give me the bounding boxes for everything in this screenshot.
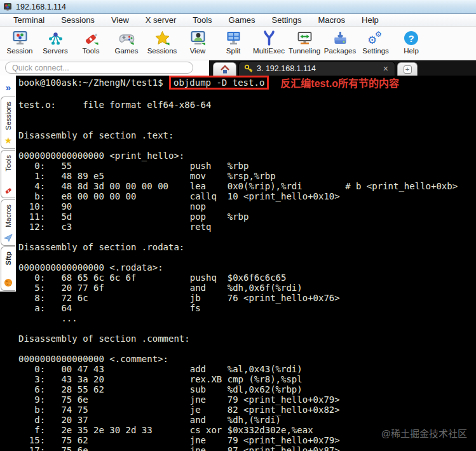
tab-row: 3. 192.168.1.114 × + bbox=[0, 60, 476, 76]
swiss-knife-icon bbox=[4, 186, 13, 194]
toolbar-settings-button[interactable]: ⚙⚙ Settings bbox=[358, 27, 393, 60]
toolbar-multiexec-button[interactable]: MultiExec bbox=[251, 27, 287, 60]
tunnel-monitor-icon bbox=[296, 29, 313, 48]
toolbar-label: MultiExec bbox=[253, 47, 285, 55]
close-icon[interactable]: × bbox=[382, 64, 390, 73]
toolbar-split-button[interactable]: Split bbox=[215, 27, 251, 60]
plus-icon: + bbox=[404, 65, 412, 74]
paper-plane-icon bbox=[4, 234, 13, 242]
split-window-icon bbox=[225, 29, 242, 48]
terminal-output: test.o: file format elf64-x86-64 Disasse… bbox=[16, 90, 476, 451]
menu-settings[interactable]: Settings bbox=[264, 14, 310, 26]
gears-icon: ⚙⚙ bbox=[367, 29, 384, 48]
annotation-text: 反汇编test.o所有节的内容 bbox=[280, 75, 399, 90]
sidebar-tab-macros[interactable]: Macros bbox=[1, 199, 15, 246]
key-icon bbox=[244, 64, 253, 73]
menu-help[interactable]: Help bbox=[353, 14, 387, 26]
main-area: » Sessions ★ Tools Macros bbox=[0, 76, 476, 451]
swiss-knife-icon bbox=[83, 29, 100, 48]
tab-strip: 3. 192.168.1.114 × + bbox=[209, 60, 476, 76]
home-tab[interactable] bbox=[213, 62, 236, 76]
star-icon: ★ bbox=[4, 136, 13, 145]
expand-sidebar-icon[interactable]: » bbox=[0, 76, 16, 93]
mobaxterm-window: 192.168.1.114 Terminal Sessions View X s… bbox=[0, 0, 476, 451]
toolbar-session-button[interactable]: Session bbox=[2, 27, 37, 60]
window-title: 192.168.1.114 bbox=[16, 3, 66, 11]
toolbar-tunneling-button[interactable]: Tunneling bbox=[287, 27, 322, 60]
fork-y-icon bbox=[261, 29, 278, 48]
network-nodes-icon bbox=[47, 29, 64, 48]
session-tab-label: 3. 192.168.1.114 bbox=[257, 64, 316, 73]
toolbar-tools-button[interactable]: Tools bbox=[73, 27, 109, 60]
toolbar-label: Session bbox=[7, 47, 33, 55]
sidebar-panel: » Sessions ★ Tools Macros bbox=[0, 76, 16, 292]
menu-sessions[interactable]: Sessions bbox=[53, 14, 103, 26]
menu-tools[interactable]: Tools bbox=[184, 14, 220, 26]
active-session-tab[interactable]: 3. 192.168.1.114 × bbox=[238, 61, 395, 76]
menu-bar: Terminal Sessions View X server Tools Ga… bbox=[0, 14, 476, 27]
title-bar: 192.168.1.114 bbox=[0, 0, 476, 14]
toolbar-label: Help bbox=[404, 47, 419, 55]
terminal[interactable]: book@100ask:~/ZhengN/test1$ objdump -D t… bbox=[16, 76, 476, 451]
menu-view[interactable]: View bbox=[103, 14, 137, 26]
menu-x-server[interactable]: X server bbox=[137, 14, 184, 26]
toolbar-label: Sessions bbox=[147, 47, 177, 55]
toolbar-label: Servers bbox=[43, 47, 68, 55]
toolbar-sessions-button[interactable]: Sessions bbox=[144, 27, 180, 60]
monitor-session-icon bbox=[11, 29, 29, 48]
home-icon bbox=[220, 65, 230, 74]
menu-games[interactable]: Games bbox=[221, 14, 264, 26]
toolbar-label: Settings bbox=[362, 47, 389, 55]
package-download-icon bbox=[332, 29, 349, 48]
menu-macros[interactable]: Macros bbox=[309, 14, 353, 26]
toolbar-label: Split bbox=[226, 47, 240, 55]
globe-orange-icon bbox=[4, 278, 13, 287]
app-logo-icon bbox=[3, 3, 12, 11]
monitor-user-icon bbox=[189, 29, 207, 48]
toolbar-servers-button[interactable]: Servers bbox=[37, 27, 73, 60]
toolbar-label: Games bbox=[114, 47, 138, 55]
toolbar-packages-button[interactable]: Packages bbox=[322, 27, 358, 60]
menu-terminal[interactable]: Terminal bbox=[5, 14, 53, 26]
toolbar-view-button[interactable]: View bbox=[180, 27, 215, 60]
toolbar-label: Tunneling bbox=[289, 47, 320, 55]
sidebar-tab-sessions[interactable]: Sessions ★ bbox=[1, 97, 15, 149]
terminal-command-line: book@100ask:~/ZhengN/test1$ objdump -D t… bbox=[16, 76, 476, 90]
toolbar-label: View bbox=[190, 47, 206, 55]
quick-connect-input[interactable] bbox=[5, 62, 193, 74]
sidebar-tab-sftp[interactable]: Sftp bbox=[1, 246, 15, 291]
question-circle-icon: ? bbox=[404, 29, 418, 48]
toolbar-label: Packages bbox=[324, 47, 357, 55]
toolbar-label: Tools bbox=[83, 47, 100, 55]
toolbar-help-button[interactable]: ? Help bbox=[393, 27, 429, 60]
left-sidebar: » Sessions ★ Tools Macros bbox=[0, 76, 16, 451]
toolbar: Session Servers Tools Games Sessions bbox=[0, 27, 476, 60]
new-tab-button[interactable]: + bbox=[397, 62, 418, 76]
highlighted-command: objdump -D test.o bbox=[169, 76, 269, 90]
shell-prompt: book@100ask:~/ZhengN/test1$ bbox=[18, 77, 168, 88]
toolbar-games-button[interactable]: Games bbox=[109, 27, 144, 60]
sidebar-tab-tools[interactable]: Tools bbox=[1, 150, 15, 198]
gamepad-icon bbox=[118, 29, 135, 48]
star-icon bbox=[154, 29, 171, 48]
watermark: @稀土掘金技术社区 bbox=[381, 426, 467, 440]
